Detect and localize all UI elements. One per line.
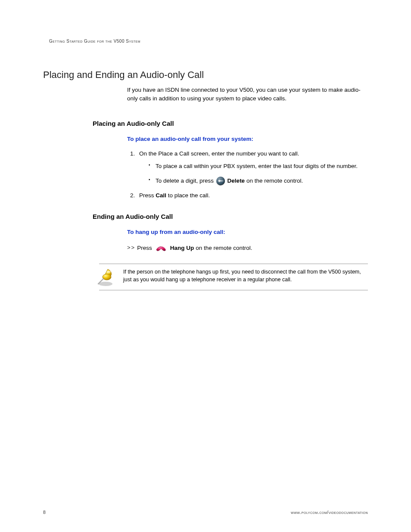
subheading-ending: Ending an Audio-only Call (93, 213, 368, 220)
hangup-instruction: >> Press Hang Up on the remote co (127, 242, 368, 253)
footer-url: www.polycom.com/videodocumentation (291, 510, 368, 515)
svg-point-4 (107, 271, 111, 273)
note-block: If the person on the telephone hangs up … (99, 264, 368, 290)
procedure-heading-place: To place an audio-only call from your sy… (127, 135, 368, 143)
step-2: Press Call to place the call. (137, 191, 368, 200)
steps-list: On the Place a Call screen, enter the nu… (127, 149, 368, 200)
note-text: If the person on the telephone hangs up … (123, 268, 368, 283)
intro-paragraph: If you have an ISDN line connected to yo… (127, 86, 368, 103)
svg-point-0 (99, 282, 112, 286)
page-number: 8 (43, 510, 46, 515)
step-2-pre: Press (139, 192, 156, 199)
bullet-delete-pre: To delete a digit, press (156, 177, 215, 184)
running-header: Getting Started Guide for the V500 Syste… (43, 39, 368, 44)
step-1-text: On the Place a Call screen, enter the nu… (139, 150, 299, 157)
hangup-bold: Hang Up (170, 244, 194, 252)
bullet-delete-post: on the remote control. (246, 177, 303, 184)
page-footer: 8 www.polycom.com/videodocumentation (43, 510, 368, 515)
step-1: On the Place a Call screen, enter the nu… (137, 149, 368, 186)
step-2-post: to place the call. (166, 192, 210, 199)
bullet-delete-bold: Delete (227, 177, 245, 184)
bullet-pbx: To place a call within your PBX system, … (149, 162, 368, 171)
delete-button-icon (216, 177, 225, 185)
procedure-heading-hangup: To hang up from an audio-only call: (127, 228, 368, 236)
step-2-bold: Call (156, 192, 166, 199)
main-heading: Placing and Ending an Audio-only Call (43, 69, 368, 81)
svg-point-1 (103, 274, 111, 280)
arrows-marker: >> (127, 244, 135, 252)
press-after: on the remote control. (196, 244, 252, 252)
bullet-delete: To delete a digit, press Delete on the r… (149, 177, 368, 185)
pushpin-icon (96, 268, 115, 286)
subheading-placing: Placing an Audio-only Call (93, 120, 368, 127)
press-text: Press (137, 244, 152, 252)
hangup-icon (155, 242, 168, 253)
